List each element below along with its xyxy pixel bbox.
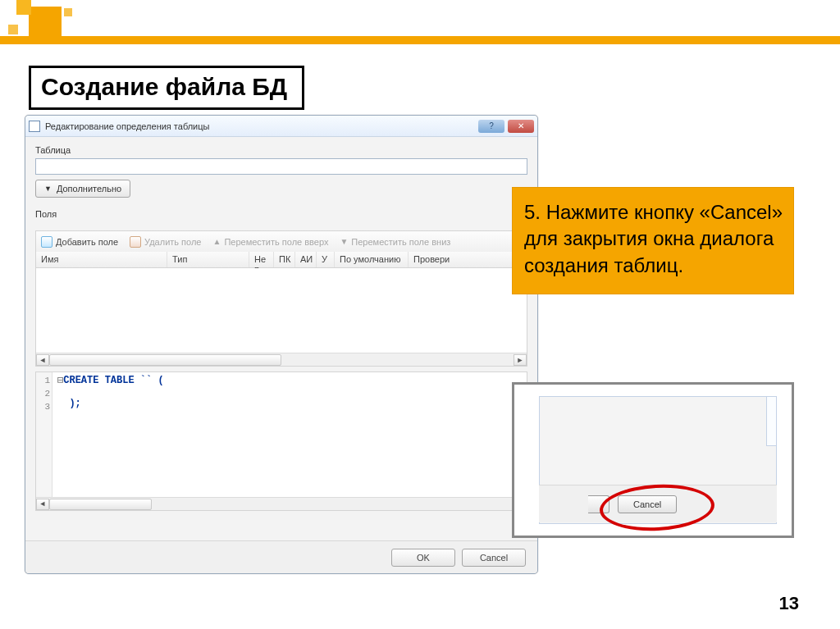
advanced-button[interactable]: ▼ Дополнительно: [35, 180, 130, 198]
window-app-icon: [29, 121, 40, 132]
table-editor-dialog: Редактирование определения таблицы ? ✕ Т…: [25, 115, 538, 574]
col-type[interactable]: Тип: [167, 252, 249, 267]
cancel-button[interactable]: Cancel: [462, 549, 526, 567]
fields-section-label: Поля: [35, 209, 527, 219]
scroll-right-icon[interactable]: ►: [514, 354, 527, 366]
arrow-down-icon: ▼: [340, 237, 348, 246]
grid-horizontal-scrollbar[interactable]: ◄ ►: [36, 353, 527, 366]
move-up-button[interactable]: ▲ Переместить поле вверх: [212, 237, 328, 247]
ok-button[interactable]: OK: [391, 549, 455, 567]
top-accent-bar: [0, 36, 840, 44]
col-u[interactable]: У: [317, 252, 335, 267]
instruction-callout: 5. Нажмите кнопку «Cancel» для закрытия …: [512, 187, 794, 294]
col-name[interactable]: Имя: [36, 252, 167, 267]
col-pk[interactable]: ПК: [274, 252, 295, 267]
page-number: 13: [779, 593, 799, 614]
fields-grid-header: Имя Тип Не п ПК АИ У По умолчанию Провер…: [35, 252, 527, 268]
scroll-left-icon[interactable]: ◄: [36, 354, 49, 366]
close-button[interactable]: ✕: [508, 120, 534, 133]
arrow-up-icon: ▲: [212, 237, 221, 246]
add-field-button[interactable]: Добавить поле: [41, 236, 118, 248]
slide-title: Создание файла БД: [29, 66, 304, 110]
table-name-input[interactable]: [35, 158, 527, 175]
sql-text: ⊟CREATE TABLE `` ( );: [54, 372, 527, 497]
zoom-window-edge: [766, 397, 776, 446]
col-ai[interactable]: АИ: [295, 252, 317, 267]
dialog-title-text: Редактирование определения таблицы: [45, 121, 209, 131]
chevron-down-icon: ▼: [44, 185, 52, 193]
sql-preview[interactable]: 123 ⊟CREATE TABLE `` ( ); ◄ ►: [35, 371, 527, 511]
col-default[interactable]: По умолчанию: [335, 252, 409, 267]
sql-horizontal-scrollbar[interactable]: ◄ ►: [36, 497, 527, 510]
dialog-titlebar: Редактирование определения таблицы ? ✕: [25, 116, 537, 137]
col-notnull[interactable]: Не п: [249, 252, 274, 267]
help-button[interactable]: ?: [478, 120, 504, 133]
zoom-inset: Cancel: [512, 382, 794, 538]
sql-line-gutter: 123: [36, 372, 52, 497]
add-field-icon: [41, 236, 52, 248]
col-check[interactable]: Провери: [409, 252, 527, 267]
delete-field-button[interactable]: Удалить поле: [130, 236, 201, 248]
fields-toolbar: Добавить поле Удалить поле ▲ Переместить…: [35, 230, 527, 252]
advanced-button-label: Дополнительно: [57, 184, 121, 194]
move-down-button[interactable]: ▼ Переместить поле вниз: [340, 237, 450, 247]
fields-grid-body[interactable]: ◄ ►: [35, 268, 527, 367]
table-section-label: Таблица: [35, 145, 527, 155]
dialog-footer: OK Cancel: [25, 540, 537, 573]
delete-field-icon: [130, 236, 141, 248]
scroll-left-icon[interactable]: ◄: [36, 499, 49, 510]
